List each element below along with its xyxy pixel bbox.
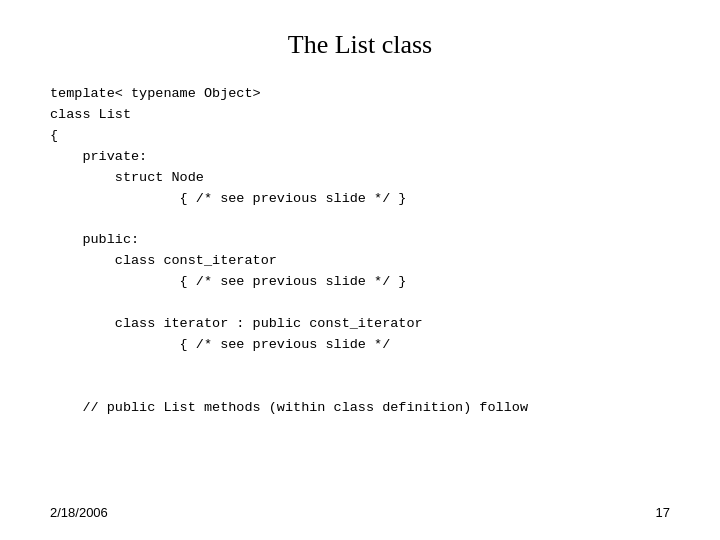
slide-footer: 2/18/2006 17 [50, 505, 670, 520]
code-block: template< typename Object> class List { … [50, 84, 670, 419]
footer-page: 17 [656, 505, 670, 520]
slide: The List class template< typename Object… [0, 0, 720, 540]
footer-date: 2/18/2006 [50, 505, 108, 520]
slide-title: The List class [50, 30, 670, 60]
